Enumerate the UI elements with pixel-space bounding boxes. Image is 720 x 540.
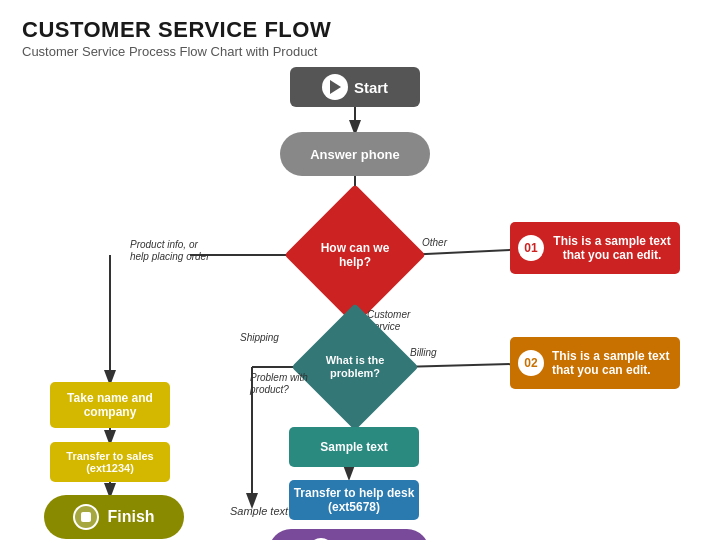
label-problem-product: Problem withproduct? <box>250 372 308 396</box>
label-other: Other <box>422 237 447 249</box>
transfer-sales-node: Transfer to sales (ext1234) <box>50 442 170 482</box>
page-title: CUSTOMER SERVICE FLOW <box>22 18 698 42</box>
label-product-info: Product info, orhelp placing order <box>130 239 210 263</box>
stop-icon-left <box>73 504 99 530</box>
badge-02: 02 <box>518 350 544 376</box>
sample-text-node: Sample text <box>289 427 419 467</box>
finish-right-node: Finish <box>269 529 429 540</box>
start-node: Start <box>290 67 420 107</box>
answer-phone-node: Answer phone <box>280 132 430 176</box>
take-name-node: Take name and company <box>50 382 170 428</box>
sample-text-label: Sample text <box>230 505 288 517</box>
page: CUSTOMER SERVICE FLOW Customer Service P… <box>0 0 720 540</box>
label-billing: Billing <box>410 347 437 359</box>
flow-area: Start Answer phone How can we help? Prod… <box>22 67 698 517</box>
diamond-help-text: How can we help? <box>305 205 405 305</box>
finish-left-node: Finish <box>44 495 184 539</box>
orange-box-node: 02 This is a sample text that you can ed… <box>510 337 680 389</box>
diamond-problem-node: What is the problem? <box>310 322 400 412</box>
label-shipping: Shipping <box>240 332 279 344</box>
diamond-help-node: How can we help? <box>305 205 405 305</box>
play-icon <box>322 74 348 100</box>
page-subtitle: Customer Service Process Flow Chart with… <box>22 44 698 59</box>
badge-01: 01 <box>518 235 544 261</box>
red-box-node: 01 This is a sample text that you can ed… <box>510 222 680 274</box>
transfer-help-node: Transfer to help desk (ext5678) <box>289 480 419 520</box>
diamond-problem-text: What is the problem? <box>310 322 400 412</box>
